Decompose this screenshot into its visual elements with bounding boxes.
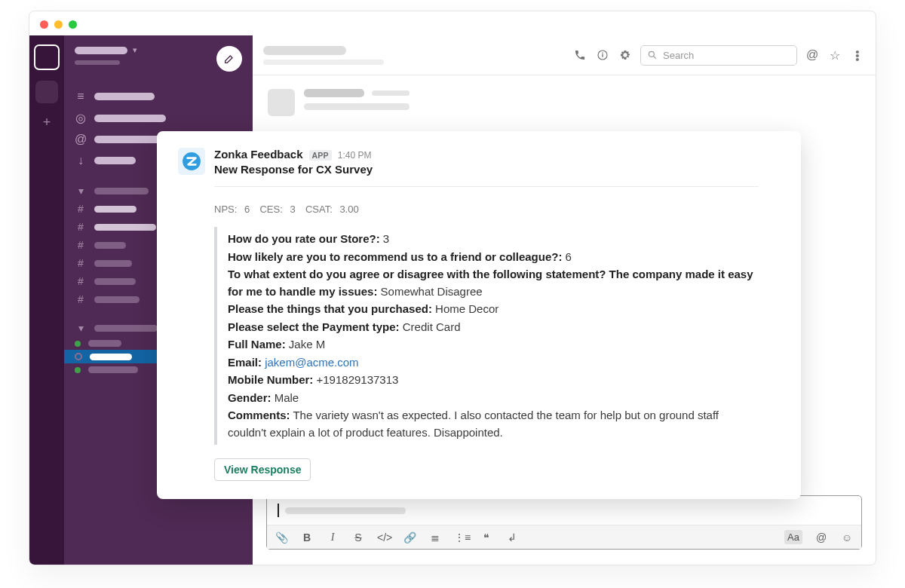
phone-icon <box>574 49 586 61</box>
composer-placeholder <box>285 507 406 514</box>
settings-button[interactable] <box>618 47 633 63</box>
zonka-logo-icon <box>182 152 201 171</box>
window-controls <box>40 20 77 29</box>
search-placeholder: Search <box>663 50 694 61</box>
bold-button[interactable]: B <box>300 531 314 544</box>
chevron-down-icon: ▾ <box>133 45 137 55</box>
composer-input[interactable] <box>267 496 861 525</box>
italic-button[interactable]: I <box>326 531 339 544</box>
threads-icon: ◎ <box>75 111 87 125</box>
more-button[interactable]: ••• <box>850 47 865 63</box>
attach-button[interactable]: 📎 <box>275 531 288 544</box>
response-body: How do you rate our Store?: 3 How likely… <box>214 227 759 445</box>
section-caret-icon: ▾ <box>75 185 87 197</box>
app-name: Zonka Feedback <box>214 148 303 161</box>
hash-icon: # <box>75 203 87 215</box>
presence-icon <box>75 367 81 373</box>
svg-rect-1 <box>602 54 603 57</box>
presence-icon <box>75 353 82 360</box>
section-caret-icon: ▾ <box>75 322 87 334</box>
message-placeholder <box>268 89 861 116</box>
app-avatar <box>178 148 205 175</box>
score-summary: NPS: 6 CES: 3 CSAT: 3.00 <box>214 204 759 215</box>
formatting-toggle[interactable]: Aa <box>784 530 802 544</box>
link-button[interactable]: 🔗 <box>403 531 416 544</box>
call-button[interactable] <box>572 47 587 63</box>
window-title-bar <box>29 11 876 35</box>
message-card: Zonka Feedback APP 1:40 PM New Response … <box>157 131 801 499</box>
list-icon: ≡ <box>75 90 87 103</box>
hash-icon: # <box>75 257 87 269</box>
gear-icon <box>619 49 631 61</box>
presence-icon <box>75 341 81 347</box>
mentions-icon: @ <box>75 133 87 146</box>
composer-toolbar: 📎 B I S </> 🔗 ≣ ⋮≡ ❝ ↲ Aa @ ☺ <box>267 525 861 549</box>
hash-icon: # <box>75 293 87 305</box>
zoom-window-button[interactable] <box>69 20 77 29</box>
app-badge: APP <box>309 150 332 161</box>
sidebar-item-unreads[interactable]: ≡ <box>64 86 253 107</box>
svg-rect-2 <box>602 53 603 54</box>
email-link[interactable]: jakem@acme.com <box>265 356 358 369</box>
mention-button[interactable]: @ <box>814 531 828 544</box>
svg-line-4 <box>654 57 656 59</box>
strike-button[interactable]: S <box>351 531 365 544</box>
code-button[interactable]: </> <box>377 531 391 544</box>
search-input[interactable]: Search <box>640 45 797 66</box>
svg-point-3 <box>649 51 654 57</box>
hash-icon: # <box>75 221 87 233</box>
message-composer[interactable]: 📎 B I S </> 🔗 ≣ ⋮≡ ❝ ↲ Aa @ ☺ <box>266 495 862 550</box>
view-response-button[interactable]: View Response <box>214 458 311 481</box>
message-time: 1:40 PM <box>338 150 372 161</box>
sidebar-item-threads[interactable]: ◎ <box>64 107 253 129</box>
mentions-button[interactable]: @ <box>805 47 820 63</box>
info-button[interactable] <box>595 47 610 63</box>
add-workspace-button[interactable]: + <box>38 114 55 130</box>
message-title: New Response for CX Survey <box>214 163 373 176</box>
search-icon <box>647 50 658 60</box>
ordered-list-button[interactable]: ≣ <box>428 531 442 544</box>
workspace-item[interactable] <box>35 81 58 103</box>
channel-header: Search @ ☆ ••• <box>253 35 876 75</box>
blockquote-button[interactable]: ❝ <box>480 531 493 544</box>
info-icon <box>597 49 609 61</box>
text-cursor <box>278 504 279 517</box>
workspace-subtitle-placeholder <box>75 60 120 65</box>
emoji-button[interactable]: ☺ <box>840 531 854 544</box>
bulleted-list-button[interactable]: ⋮≡ <box>454 531 468 544</box>
avatar <box>268 89 295 116</box>
minimize-window-button[interactable] <box>54 20 63 29</box>
compose-icon <box>223 53 235 65</box>
compose-button[interactable] <box>216 46 242 72</box>
arrow-down-icon: ↓ <box>75 154 87 167</box>
workspace-name-placeholder <box>75 47 127 54</box>
star-button[interactable]: ☆ <box>827 47 842 63</box>
hash-icon: # <box>75 239 87 251</box>
hash-icon: # <box>75 275 87 287</box>
channel-title-placeholder <box>263 46 384 65</box>
close-window-button[interactable] <box>40 20 48 29</box>
workspaces-rail: + <box>29 35 64 565</box>
codeblock-button[interactable]: ↲ <box>505 531 519 544</box>
workspace-item-active[interactable] <box>34 44 60 70</box>
